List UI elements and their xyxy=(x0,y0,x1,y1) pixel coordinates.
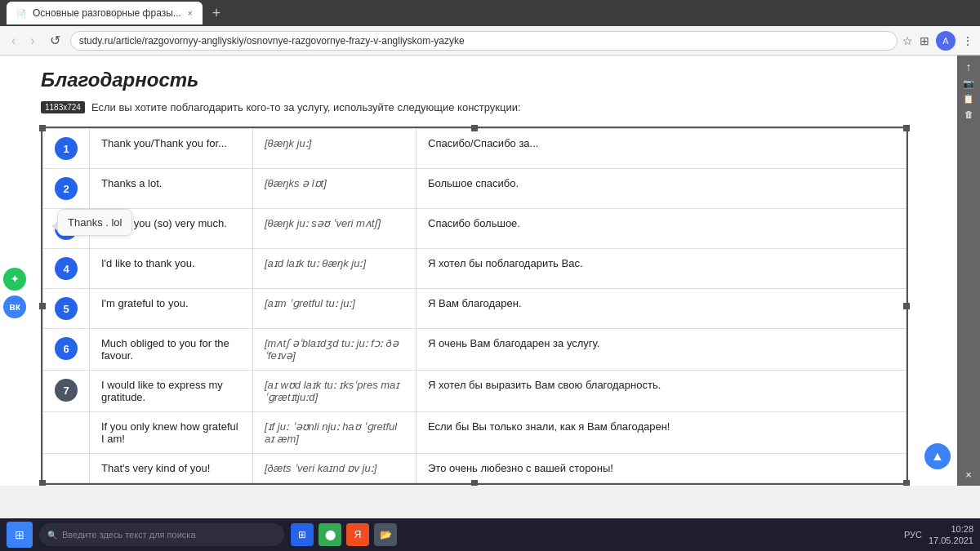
table-row: 5I'm grateful to you.[aɪm ˈɡretful tuː j… xyxy=(43,289,906,329)
phrase-transcription: [aɪ wʊd laɪk tuː ɪksˈpres maɪ ˈɡrætɪtjuː… xyxy=(253,371,416,412)
tab-close-button[interactable]: × xyxy=(188,9,193,18)
row-number: 7 xyxy=(55,379,78,402)
annotation-box: 1Thank you/Thank you for...[θæŋk juː]Спа… xyxy=(41,127,908,485)
phrase-english: That's very kind of you! xyxy=(90,454,253,483)
phrase-transcription: [ɪf juː ˈəʊnli njuː haʊ ˈɡretful aɪ æm] xyxy=(253,412,416,454)
phrase-russian: Я хотел бы поблагодарить Вас. xyxy=(416,249,906,289)
address-bar[interactable] xyxy=(70,31,898,51)
tab-bar: 📄 Основные разговорные фразы... × + xyxy=(0,0,980,26)
taskbar-lang: РУС xyxy=(904,530,922,540)
taskbar-search[interactable]: 🔍 Введите здесь текст для поиска xyxy=(39,523,284,546)
row-number: 1 xyxy=(55,137,78,160)
phrase-english: Thank you/Thank you for... xyxy=(90,129,253,169)
subtitle-text: Если вы хотите поблагодарить кого-то за … xyxy=(91,101,521,113)
start-button[interactable]: ⊞ xyxy=(7,522,33,548)
phrases-table: 1Thank you/Thank you for...[θæŋk juː]Спа… xyxy=(42,128,906,483)
phrase-transcription: [ðæts ˈveri kaɪnd ɒv juː] xyxy=(253,454,416,483)
comment-bubble: Thanks . lol xyxy=(57,209,132,236)
taskbar-search-placeholder: Введите здесь текст для поиска xyxy=(62,530,196,540)
right-sidebar: ↑ 📷 📋 🗑 × xyxy=(957,56,980,486)
back-button[interactable]: ‹ xyxy=(7,30,20,51)
scroll-up-button[interactable]: ▲ xyxy=(924,443,951,469)
table-row: 7I would like to express my gratitude.[a… xyxy=(43,371,906,412)
taskbar-icon-app[interactable]: 📂 xyxy=(374,523,397,546)
tab-title: Основные разговорные фразы... xyxy=(33,7,181,19)
phrase-english: I would like to express my gratitude. xyxy=(90,371,253,412)
taskbar-clock: 10:28 17.05.2021 xyxy=(929,523,973,547)
sidebar-clipboard-icon[interactable]: 📋 xyxy=(963,94,974,104)
forward-button[interactable]: › xyxy=(25,30,39,51)
table-row: That's very kind of you![ðæts ˈveri kaɪn… xyxy=(43,454,906,483)
phrase-english: Thanks a lot. xyxy=(90,169,253,209)
browser-icons: ☆ ⊞ A ⋮ xyxy=(902,31,973,51)
phrase-russian: Это очень любезно с вашей стороны! xyxy=(416,454,906,483)
phrase-english: I'd like to thank you. xyxy=(90,249,253,289)
phrase-russian: Спасибо большое. xyxy=(416,209,906,249)
phrase-russian: Если бы Вы только знали, как я Вам благо… xyxy=(416,412,906,454)
phrase-english: If you only knew how grateful I am! xyxy=(90,412,253,454)
handle-ml[interactable] xyxy=(39,303,46,309)
phrase-transcription: [mʌtʃ əˈblaɪdʒd tuː juː fɔː ðə ˈfeɪvə] xyxy=(253,329,416,371)
phrase-transcription: [aɪd laɪk tuː θæŋk juː] xyxy=(253,249,416,289)
vk-icon[interactable]: вк xyxy=(3,295,26,318)
taskbar-icon-yandex[interactable]: Я xyxy=(346,523,369,546)
active-tab[interactable]: 📄 Основные разговорные фразы... × xyxy=(7,2,203,24)
handle-tm[interactable] xyxy=(471,125,478,131)
page-subtitle: 1183x724 Если вы хотите поблагодарить ко… xyxy=(41,101,908,113)
table-row: 3Thank you (so) very much.[θæŋk juː səʊ … xyxy=(43,209,906,249)
handle-bl[interactable] xyxy=(39,480,46,486)
sidebar-upload-icon[interactable]: ↑ xyxy=(966,60,972,73)
handle-bm[interactable] xyxy=(471,480,478,486)
handle-tr[interactable] xyxy=(903,125,910,131)
taskbar-icon-taskview[interactable]: ⊞ xyxy=(291,523,314,546)
handle-br[interactable] xyxy=(903,480,910,486)
sidebar-camera-icon[interactable]: 📷 xyxy=(963,78,974,89)
handle-mr[interactable] xyxy=(903,303,910,309)
phrase-transcription: [θæŋk juː] xyxy=(253,129,416,169)
page-title: Благодарность xyxy=(41,69,908,91)
refresh-button[interactable]: ↺ xyxy=(45,29,65,51)
phrase-transcription: [θæŋks ə lɒt] xyxy=(253,169,416,209)
taskbar-pinned-icons: ⊞ ⬤ Я 📂 xyxy=(291,523,397,546)
phrase-russian: Я очень Вам благодарен за услугу. xyxy=(416,329,906,371)
content-area: Благодарность 1183x724 Если вы хотите по… xyxy=(0,56,957,486)
share-icon[interactable]: ✦ xyxy=(3,268,26,291)
table-row: 2Thanks a lot.[θæŋks ə lɒt]Большое спаси… xyxy=(43,169,906,209)
taskbar-icon-chrome[interactable]: ⬤ xyxy=(318,523,341,546)
row-number: 4 xyxy=(55,257,78,280)
phrase-russian: Большое спасибо. xyxy=(416,169,906,209)
star-icon[interactable]: ☆ xyxy=(902,34,913,47)
handle-tl[interactable] xyxy=(39,125,46,131)
new-tab-button[interactable]: + xyxy=(206,5,228,22)
row-number: 2 xyxy=(55,177,78,200)
phrase-russian: Спасибо/Спасибо за... xyxy=(416,129,906,169)
resolution-badge: 1183x724 xyxy=(41,101,85,113)
phrase-russian: Я хотел бы выразить Вам свою благодарнос… xyxy=(416,371,906,412)
sidebar-close-icon[interactable]: × xyxy=(965,469,972,481)
phrase-russian: Я Вам благодарен. xyxy=(416,289,906,329)
menu-icon[interactable]: ⋮ xyxy=(962,34,973,47)
phrase-english: Much obliged to you for the favour. xyxy=(90,329,253,371)
row-number: 6 xyxy=(55,337,78,360)
table-row: 4I'd like to thank you.[aɪd laɪk tuː θæŋ… xyxy=(43,249,906,289)
browser-controls: ‹ › ↺ ☆ ⊞ A ⋮ xyxy=(0,26,980,56)
user-avatar[interactable]: A xyxy=(936,31,956,51)
sidebar-delete-icon[interactable]: 🗑 xyxy=(964,109,973,119)
comment-text: Thanks . lol xyxy=(68,216,122,229)
phrase-english: I'm grateful to you. xyxy=(90,289,253,329)
phrase-transcription: [aɪm ˈɡretful tuː juː] xyxy=(253,289,416,329)
taskbar-date-value: 17.05.2021 xyxy=(929,535,973,546)
extensions-icon[interactable]: ⊞ xyxy=(920,34,929,47)
taskbar: ⊞ 🔍 Введите здесь текст для поиска ⊞ ⬤ Я… xyxy=(0,518,980,551)
taskbar-time-value: 10:28 xyxy=(929,523,973,535)
phrase-transcription: [θæŋk juː səʊ ˈveri mʌtʃ] xyxy=(253,209,416,249)
taskbar-right: РУС 10:28 17.05.2021 xyxy=(904,523,973,547)
row-number: 5 xyxy=(55,297,78,320)
table-row: 6Much obliged to you for the favour.[mʌt… xyxy=(43,329,906,371)
table-row: 1Thank you/Thank you for...[θæŋk juː]Спа… xyxy=(43,129,906,169)
table-row: If you only knew how grateful I am![ɪf j… xyxy=(43,412,906,454)
